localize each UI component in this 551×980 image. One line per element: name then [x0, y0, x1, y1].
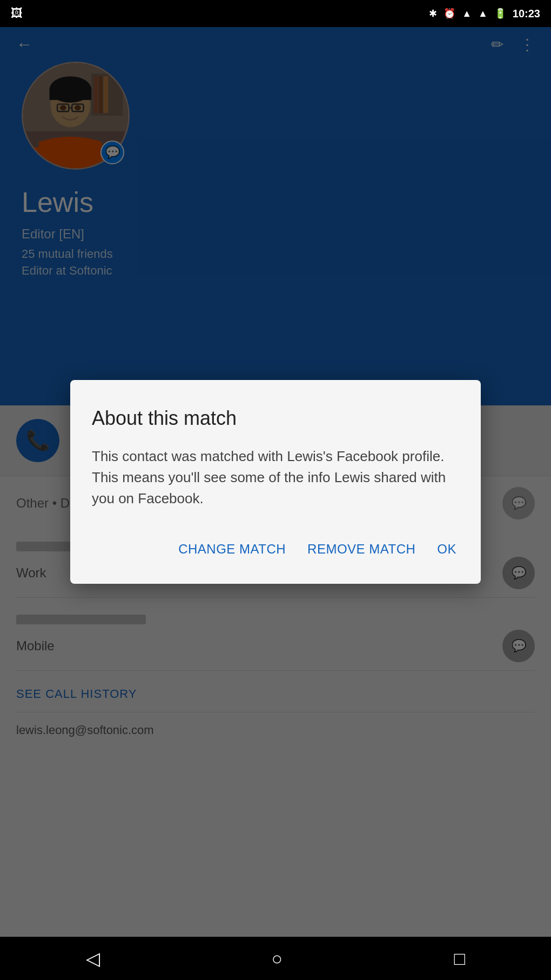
modal-overlay: About this match This contact was matche…	[0, 27, 551, 937]
status-time: 10:23	[513, 8, 540, 20]
gallery-icon: 🖼	[11, 6, 23, 21]
modal-dialog: About this match This contact was matche…	[70, 380, 481, 584]
recent-nav-icon[interactable]: □	[454, 948, 466, 969]
status-bar: 🖼 ✱ ⏰ ▲ ▲ 🔋 10:23	[0, 0, 551, 27]
modal-actions: CHANGE MATCH REMOVE MATCH OK	[92, 536, 459, 562]
clock-icon: ⏰	[444, 8, 455, 19]
back-nav-icon[interactable]: ◁	[86, 948, 100, 969]
status-left: 🖼	[11, 6, 23, 21]
modal-title: About this match	[92, 407, 459, 430]
modal-body: This contact was matched with Lewis's Fa…	[92, 446, 459, 509]
status-right: ✱ ⏰ ▲ ▲ 🔋 10:23	[429, 8, 540, 20]
change-match-button[interactable]: CHANGE MATCH	[176, 536, 288, 562]
battery-icon: 🔋	[494, 8, 506, 19]
home-nav-icon[interactable]: ○	[271, 948, 283, 969]
bottom-navigation: ◁ ○ □	[0, 937, 551, 980]
ok-button[interactable]: OK	[434, 536, 459, 562]
bluetooth-icon: ✱	[429, 8, 437, 19]
wifi-icon: ▲	[462, 8, 472, 19]
signal-icon: ▲	[478, 8, 488, 19]
remove-match-button[interactable]: REMOVE MATCH	[305, 536, 418, 562]
